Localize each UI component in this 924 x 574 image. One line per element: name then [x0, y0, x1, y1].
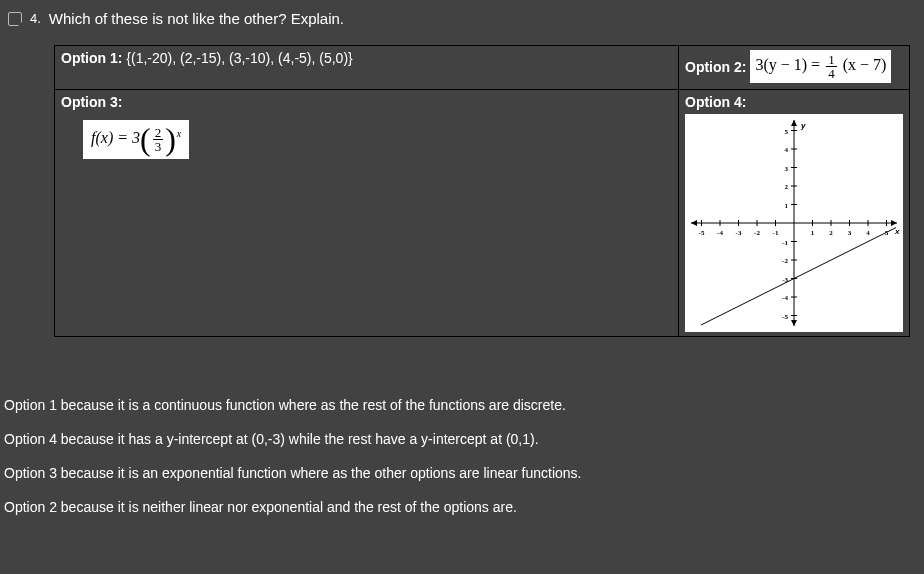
svg-text:5: 5 [885, 229, 889, 237]
svg-text:y: y [800, 121, 806, 130]
frac-num: 2 [153, 126, 164, 140]
option-4-graph: y x -5-4-3-2-112345-5-4-3-2-112345 [685, 114, 903, 332]
answer-choice-4[interactable]: Option 2 because it is neither linear no… [4, 499, 920, 515]
svg-line-8 [701, 228, 896, 325]
option-1-cell: Option 1: {(1,-20), (2,-15), (3,-10), (4… [55, 46, 679, 90]
question-text: Which of these is not like the other? Ex… [49, 10, 344, 27]
question-number: 4. [30, 11, 41, 26]
answer-choice-1[interactable]: Option 1 because it is a continuous func… [4, 397, 920, 413]
svg-text:3: 3 [785, 165, 789, 173]
option-4-cell: Option 4: y x [679, 90, 910, 337]
svg-text:-1: -1 [782, 239, 788, 247]
eq-left: 3(y − 1) = [755, 56, 820, 73]
option-3-cell: Option 3: f(x) = 3 ( 2 3 ) x [55, 90, 679, 337]
option-2-label: Option 2: [685, 59, 746, 75]
svg-text:4: 4 [866, 229, 870, 237]
eq-fraction: 1 4 [826, 53, 837, 80]
svg-text:-3: -3 [782, 276, 788, 284]
svg-text:-1: -1 [773, 229, 779, 237]
graph-svg: y x -5-4-3-2-112345-5-4-3-2-112345 [685, 114, 903, 332]
eq-right: (x − 7) [843, 56, 887, 73]
svg-text:-2: -2 [754, 229, 760, 237]
answer-choices: Option 1 because it is a continuous func… [4, 397, 920, 515]
frac-den: 4 [826, 67, 837, 80]
svg-text:1: 1 [785, 202, 789, 210]
frac-num: 1 [826, 53, 837, 67]
svg-text:4: 4 [785, 146, 789, 154]
svg-text:-5: -5 [782, 313, 788, 321]
frac-den: 3 [153, 140, 164, 153]
svg-text:-5: -5 [699, 229, 705, 237]
options-table: Option 1: {(1,-20), (2,-15), (3,-10), (4… [54, 45, 910, 337]
svg-text:-4: -4 [717, 229, 723, 237]
question-header: 4. Which of these is not like the other?… [8, 10, 920, 27]
answer-choice-2[interactable]: Option 4 because it has a y-intercept at… [4, 431, 920, 447]
svg-text:-4: -4 [782, 294, 788, 302]
option-3-label: Option 3: [61, 94, 672, 110]
svg-text:-2: -2 [782, 257, 788, 265]
svg-text:-3: -3 [736, 229, 742, 237]
option-3-formula: f(x) = 3 ( 2 3 ) x [83, 120, 189, 159]
exponent: x [177, 128, 181, 139]
option-4-label: Option 4: [685, 94, 903, 110]
option-1-label: Option 1: [61, 50, 122, 66]
option-2-cell: Option 2: 3(y − 1) = 1 4 (x − 7) [679, 46, 910, 90]
svg-text:3: 3 [848, 229, 852, 237]
svg-text:2: 2 [785, 183, 789, 191]
svg-marker-2 [691, 220, 697, 226]
flag-icon[interactable] [8, 12, 22, 26]
svg-text:5: 5 [785, 128, 789, 136]
svg-marker-4 [791, 120, 797, 126]
svg-marker-5 [791, 320, 797, 326]
answer-choice-3[interactable]: Option 3 because it is an exponential fu… [4, 465, 920, 481]
svg-marker-1 [891, 220, 897, 226]
svg-text:1: 1 [811, 229, 815, 237]
option-2-equation: 3(y − 1) = 1 4 (x − 7) [750, 50, 891, 83]
svg-text:2: 2 [829, 229, 833, 237]
option-1-value: {(1,-20), (2,-15), (3,-10), (4,-5), (5,0… [126, 50, 352, 66]
